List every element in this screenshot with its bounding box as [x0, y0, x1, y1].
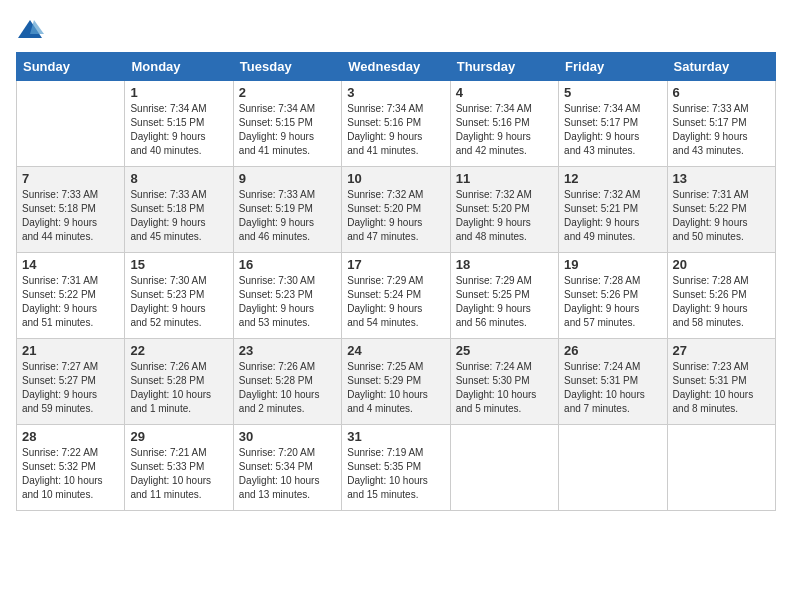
day-header-wednesday: Wednesday	[342, 53, 450, 81]
calendar-cell: 22Sunrise: 7:26 AM Sunset: 5:28 PM Dayli…	[125, 339, 233, 425]
day-info: Sunrise: 7:32 AM Sunset: 5:21 PM Dayligh…	[564, 188, 661, 244]
day-info: Sunrise: 7:26 AM Sunset: 5:28 PM Dayligh…	[130, 360, 227, 416]
day-info: Sunrise: 7:29 AM Sunset: 5:24 PM Dayligh…	[347, 274, 444, 330]
day-info: Sunrise: 7:19 AM Sunset: 5:35 PM Dayligh…	[347, 446, 444, 502]
calendar-cell: 1Sunrise: 7:34 AM Sunset: 5:15 PM Daylig…	[125, 81, 233, 167]
day-number: 15	[130, 257, 227, 272]
day-number: 27	[673, 343, 770, 358]
calendar-cell: 24Sunrise: 7:25 AM Sunset: 5:29 PM Dayli…	[342, 339, 450, 425]
day-info: Sunrise: 7:23 AM Sunset: 5:31 PM Dayligh…	[673, 360, 770, 416]
day-header-saturday: Saturday	[667, 53, 775, 81]
day-info: Sunrise: 7:28 AM Sunset: 5:26 PM Dayligh…	[673, 274, 770, 330]
calendar-week-row: 28Sunrise: 7:22 AM Sunset: 5:32 PM Dayli…	[17, 425, 776, 511]
day-number: 30	[239, 429, 336, 444]
calendar-cell: 20Sunrise: 7:28 AM Sunset: 5:26 PM Dayli…	[667, 253, 775, 339]
day-number: 5	[564, 85, 661, 100]
day-info: Sunrise: 7:22 AM Sunset: 5:32 PM Dayligh…	[22, 446, 119, 502]
calendar-cell: 8Sunrise: 7:33 AM Sunset: 5:18 PM Daylig…	[125, 167, 233, 253]
calendar-cell	[559, 425, 667, 511]
calendar-cell: 19Sunrise: 7:28 AM Sunset: 5:26 PM Dayli…	[559, 253, 667, 339]
day-number: 16	[239, 257, 336, 272]
logo	[16, 16, 48, 44]
day-number: 26	[564, 343, 661, 358]
calendar-cell	[450, 425, 558, 511]
day-number: 24	[347, 343, 444, 358]
day-header-thursday: Thursday	[450, 53, 558, 81]
day-number: 25	[456, 343, 553, 358]
calendar-cell: 12Sunrise: 7:32 AM Sunset: 5:21 PM Dayli…	[559, 167, 667, 253]
day-info: Sunrise: 7:32 AM Sunset: 5:20 PM Dayligh…	[347, 188, 444, 244]
day-header-friday: Friday	[559, 53, 667, 81]
calendar-cell: 6Sunrise: 7:33 AM Sunset: 5:17 PM Daylig…	[667, 81, 775, 167]
calendar-cell: 17Sunrise: 7:29 AM Sunset: 5:24 PM Dayli…	[342, 253, 450, 339]
calendar-cell: 28Sunrise: 7:22 AM Sunset: 5:32 PM Dayli…	[17, 425, 125, 511]
day-number: 8	[130, 171, 227, 186]
day-number: 23	[239, 343, 336, 358]
day-number: 13	[673, 171, 770, 186]
day-info: Sunrise: 7:32 AM Sunset: 5:20 PM Dayligh…	[456, 188, 553, 244]
calendar-cell: 18Sunrise: 7:29 AM Sunset: 5:25 PM Dayli…	[450, 253, 558, 339]
day-info: Sunrise: 7:26 AM Sunset: 5:28 PM Dayligh…	[239, 360, 336, 416]
day-number: 18	[456, 257, 553, 272]
day-number: 7	[22, 171, 119, 186]
day-info: Sunrise: 7:33 AM Sunset: 5:18 PM Dayligh…	[130, 188, 227, 244]
day-header-tuesday: Tuesday	[233, 53, 341, 81]
calendar-cell: 15Sunrise: 7:30 AM Sunset: 5:23 PM Dayli…	[125, 253, 233, 339]
calendar-header-row: SundayMondayTuesdayWednesdayThursdayFrid…	[17, 53, 776, 81]
day-number: 28	[22, 429, 119, 444]
svg-marker-1	[30, 20, 44, 34]
day-info: Sunrise: 7:31 AM Sunset: 5:22 PM Dayligh…	[673, 188, 770, 244]
day-header-monday: Monday	[125, 53, 233, 81]
day-info: Sunrise: 7:33 AM Sunset: 5:19 PM Dayligh…	[239, 188, 336, 244]
day-info: Sunrise: 7:30 AM Sunset: 5:23 PM Dayligh…	[130, 274, 227, 330]
calendar-cell: 27Sunrise: 7:23 AM Sunset: 5:31 PM Dayli…	[667, 339, 775, 425]
day-info: Sunrise: 7:24 AM Sunset: 5:30 PM Dayligh…	[456, 360, 553, 416]
calendar-cell: 31Sunrise: 7:19 AM Sunset: 5:35 PM Dayli…	[342, 425, 450, 511]
day-number: 19	[564, 257, 661, 272]
day-info: Sunrise: 7:34 AM Sunset: 5:15 PM Dayligh…	[239, 102, 336, 158]
day-number: 29	[130, 429, 227, 444]
day-info: Sunrise: 7:25 AM Sunset: 5:29 PM Dayligh…	[347, 360, 444, 416]
calendar-cell: 5Sunrise: 7:34 AM Sunset: 5:17 PM Daylig…	[559, 81, 667, 167]
day-number: 22	[130, 343, 227, 358]
day-info: Sunrise: 7:20 AM Sunset: 5:34 PM Dayligh…	[239, 446, 336, 502]
calendar-week-row: 14Sunrise: 7:31 AM Sunset: 5:22 PM Dayli…	[17, 253, 776, 339]
logo-icon	[16, 16, 44, 44]
calendar-cell	[667, 425, 775, 511]
day-number: 1	[130, 85, 227, 100]
day-number: 4	[456, 85, 553, 100]
day-number: 12	[564, 171, 661, 186]
calendar-table: SundayMondayTuesdayWednesdayThursdayFrid…	[16, 52, 776, 511]
day-number: 11	[456, 171, 553, 186]
day-info: Sunrise: 7:34 AM Sunset: 5:17 PM Dayligh…	[564, 102, 661, 158]
calendar-week-row: 21Sunrise: 7:27 AM Sunset: 5:27 PM Dayli…	[17, 339, 776, 425]
calendar-cell: 30Sunrise: 7:20 AM Sunset: 5:34 PM Dayli…	[233, 425, 341, 511]
calendar-cell: 9Sunrise: 7:33 AM Sunset: 5:19 PM Daylig…	[233, 167, 341, 253]
calendar-week-row: 7Sunrise: 7:33 AM Sunset: 5:18 PM Daylig…	[17, 167, 776, 253]
calendar-cell: 26Sunrise: 7:24 AM Sunset: 5:31 PM Dayli…	[559, 339, 667, 425]
calendar-cell: 21Sunrise: 7:27 AM Sunset: 5:27 PM Dayli…	[17, 339, 125, 425]
calendar-cell: 16Sunrise: 7:30 AM Sunset: 5:23 PM Dayli…	[233, 253, 341, 339]
calendar-cell: 4Sunrise: 7:34 AM Sunset: 5:16 PM Daylig…	[450, 81, 558, 167]
day-info: Sunrise: 7:24 AM Sunset: 5:31 PM Dayligh…	[564, 360, 661, 416]
page-header	[16, 16, 776, 44]
day-number: 10	[347, 171, 444, 186]
day-number: 17	[347, 257, 444, 272]
day-info: Sunrise: 7:33 AM Sunset: 5:18 PM Dayligh…	[22, 188, 119, 244]
day-info: Sunrise: 7:34 AM Sunset: 5:16 PM Dayligh…	[456, 102, 553, 158]
calendar-cell: 2Sunrise: 7:34 AM Sunset: 5:15 PM Daylig…	[233, 81, 341, 167]
calendar-cell: 29Sunrise: 7:21 AM Sunset: 5:33 PM Dayli…	[125, 425, 233, 511]
day-info: Sunrise: 7:29 AM Sunset: 5:25 PM Dayligh…	[456, 274, 553, 330]
calendar-cell: 13Sunrise: 7:31 AM Sunset: 5:22 PM Dayli…	[667, 167, 775, 253]
calendar-cell: 10Sunrise: 7:32 AM Sunset: 5:20 PM Dayli…	[342, 167, 450, 253]
day-info: Sunrise: 7:34 AM Sunset: 5:16 PM Dayligh…	[347, 102, 444, 158]
day-header-sunday: Sunday	[17, 53, 125, 81]
calendar-cell: 25Sunrise: 7:24 AM Sunset: 5:30 PM Dayli…	[450, 339, 558, 425]
day-number: 14	[22, 257, 119, 272]
day-number: 9	[239, 171, 336, 186]
day-info: Sunrise: 7:27 AM Sunset: 5:27 PM Dayligh…	[22, 360, 119, 416]
calendar-cell: 11Sunrise: 7:32 AM Sunset: 5:20 PM Dayli…	[450, 167, 558, 253]
day-info: Sunrise: 7:34 AM Sunset: 5:15 PM Dayligh…	[130, 102, 227, 158]
day-info: Sunrise: 7:33 AM Sunset: 5:17 PM Dayligh…	[673, 102, 770, 158]
calendar-cell: 14Sunrise: 7:31 AM Sunset: 5:22 PM Dayli…	[17, 253, 125, 339]
